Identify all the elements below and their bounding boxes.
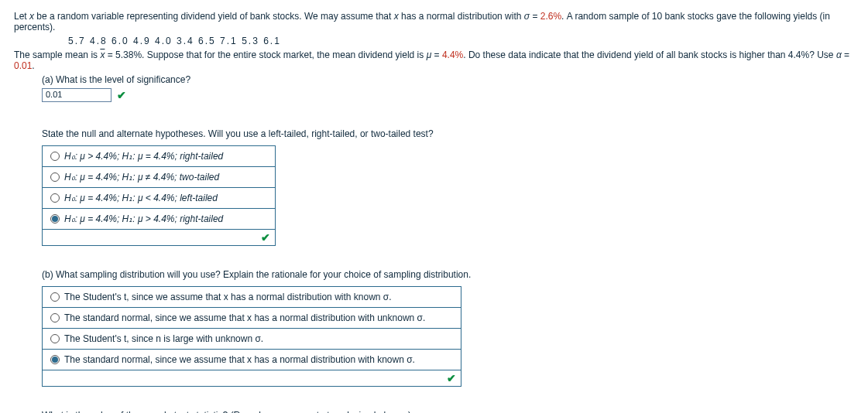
radio-icon [50, 152, 60, 161]
check-icon: ✔ [117, 89, 126, 101]
part-b-question: (b) What sampling distribution will you … [42, 269, 854, 280]
radio-icon [50, 292, 60, 302]
distribution-option[interactable]: The standard normal, since we assume tha… [43, 350, 461, 370]
radio-icon [50, 214, 60, 224]
option-label: H₀: μ > 4.4%; H₁: μ = 4.4%; right-tailed [64, 151, 223, 162]
sample-data: 5.7 4.8 6.0 4.9 4.0 3.4 6.5 7.1 5.3 6.1 [68, 36, 854, 46]
intro-text: Let x be a random variable representing … [14, 11, 854, 32]
significance-input[interactable]: 0.01 [42, 88, 112, 102]
distribution-choice-group: The Student's t, since we assume that x … [42, 286, 461, 387]
hypothesis-option[interactable]: H₀: μ = 4.4%; H₁: μ ≠ 4.4%; two-tailed [43, 167, 275, 188]
radio-icon [50, 193, 60, 203]
test-stat-question: What is the value of the sample test sta… [42, 410, 854, 413]
hypothesis-option[interactable]: H₀: μ = 4.4%; H₁: μ < 4.4%; left-tailed [43, 188, 275, 209]
option-label: The Student's t, since n is large with u… [64, 333, 263, 344]
hypothesis-option[interactable]: H₀: μ = 4.4%; H₁: μ > 4.4%; right-tailed [43, 209, 275, 230]
hypotheses-choice-group: H₀: μ > 4.4%; H₁: μ = 4.4%; right-tailed… [42, 145, 276, 246]
option-label: The standard normal, since we assume tha… [64, 312, 425, 323]
check-icon: ✔ [261, 231, 270, 244]
option-label: H₀: μ = 4.4%; H₁: μ < 4.4%; left-tailed [64, 193, 218, 203]
distribution-option[interactable]: The Student's t, since we assume that x … [43, 287, 461, 308]
radio-icon [50, 334, 60, 343]
distribution-option[interactable]: The standard normal, since we assume tha… [43, 308, 461, 329]
part-a-question: (a) What is the level of significance? [42, 74, 854, 85]
radio-icon [50, 172, 60, 182]
distribution-option[interactable]: The Student's t, since n is large with u… [43, 329, 461, 350]
option-label: The Student's t, since we assume that x … [64, 292, 392, 302]
check-icon: ✔ [447, 372, 456, 384]
option-label: The standard normal, since we assume tha… [64, 354, 415, 365]
hypothesis-option[interactable]: H₀: μ > 4.4%; H₁: μ = 4.4%; right-tailed [43, 146, 275, 167]
radio-icon [50, 313, 60, 323]
mean-line: The sample mean is x = 5.38%. Suppose th… [14, 49, 854, 71]
option-label: H₀: μ = 4.4%; H₁: μ ≠ 4.4%; two-tailed [64, 172, 219, 183]
radio-icon [50, 355, 60, 364]
option-label: H₀: μ = 4.4%; H₁: μ > 4.4%; right-tailed [64, 213, 223, 224]
hypotheses-prompt: State the null and alternate hypotheses.… [42, 128, 854, 139]
